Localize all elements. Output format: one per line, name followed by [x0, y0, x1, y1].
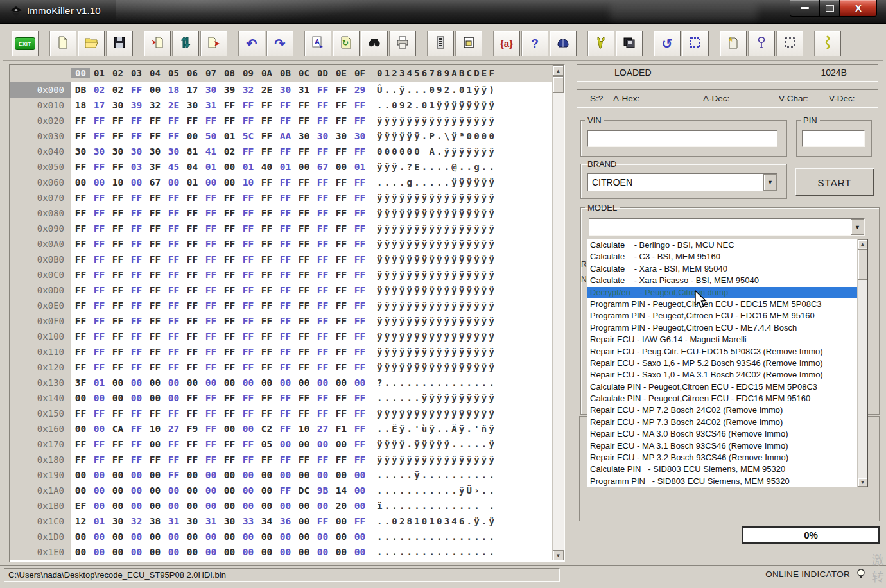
model-option[interactable]: Repair ECU - MP 7.3 Bosch 24C02 (Remove … [587, 417, 867, 428]
hex-byte[interactable]: 04 [183, 162, 202, 172]
scroll-down-button[interactable]: ▼ [858, 478, 867, 487]
pin-input[interactable] [802, 130, 865, 147]
hex-byte[interactable]: FF [127, 270, 146, 280]
scroll-down-button[interactable]: ▼ [553, 550, 564, 560]
hex-byte[interactable]: FF [332, 223, 351, 234]
hex-byte[interactable]: 00 [332, 377, 351, 388]
hex-byte[interactable]: FF [127, 439, 146, 449]
hex-byte[interactable]: FF [276, 393, 295, 403]
hex-byte[interactable]: FF [276, 331, 295, 342]
hex-byte[interactable]: FF [127, 254, 146, 264]
hex-byte[interactable]: 00 [313, 501, 332, 511]
hex-byte[interactable]: FF [109, 300, 127, 311]
hex-byte[interactable]: 00 [164, 547, 183, 557]
hex-byte[interactable]: 00 [257, 377, 276, 388]
hex-byte[interactable]: 00 [239, 547, 257, 557]
hex-byte[interactable]: 00 [239, 485, 257, 496]
hex-byte[interactable]: FF [220, 408, 239, 419]
hex-byte[interactable]: FF [71, 239, 90, 249]
hex-byte[interactable]: 39 [127, 100, 146, 110]
hex-byte[interactable]: 29 [351, 85, 369, 95]
hex-byte[interactable]: FF [276, 347, 295, 357]
brand-combobox[interactable]: CITROEN ▼ [587, 173, 777, 191]
hex-byte[interactable]: FF [146, 270, 164, 280]
hex-byte[interactable]: FF [332, 177, 351, 187]
hex-byte[interactable]: FF [220, 254, 239, 264]
hex-byte[interactable]: 00 [351, 485, 369, 496]
hex-byte[interactable]: 00 [295, 377, 313, 388]
hex-byte[interactable]: F9 [183, 424, 202, 434]
hex-byte[interactable]: FF [332, 393, 351, 403]
hex-byte[interactable]: FF [109, 270, 127, 280]
model-option[interactable]: Repair ECU - MA 3.0 Bosch 93CS46 (Remove… [587, 428, 867, 440]
hex-byte[interactable]: FF [164, 285, 183, 295]
hex-byte[interactable]: FF [71, 254, 90, 264]
hex-byte[interactable]: FF [164, 208, 183, 218]
hex-editor[interactable]: 000102030405060708090A0B0C0D0E0F01234567… [9, 64, 565, 562]
model-option[interactable]: Programm PIN - SID803 ECU Siemens, MEM 9… [587, 476, 867, 487]
hex-byte[interactable]: 27 [164, 424, 183, 434]
font-button[interactable]: A [304, 31, 331, 56]
redo-button[interactable]: ↷ [266, 31, 293, 56]
hex-byte[interactable]: 00 [276, 501, 295, 511]
hex-byte[interactable]: 00 [90, 393, 109, 403]
hex-byte[interactable]: 30 [313, 131, 332, 141]
hex-byte[interactable]: FF [164, 347, 183, 357]
hex-byte[interactable]: 00 [257, 501, 276, 511]
hex-byte[interactable]: FF [351, 270, 369, 280]
hex-byte[interactable]: FF [109, 454, 127, 465]
hex-byte[interactable]: 02 [90, 85, 109, 95]
hex-byte[interactable]: CA [109, 424, 127, 434]
hex-byte[interactable]: 00 [332, 439, 351, 449]
hex-byte[interactable]: FF [109, 285, 127, 295]
hex-byte[interactable]: FF [332, 100, 351, 110]
hex-byte[interactable]: 00 [295, 547, 313, 557]
hex-byte[interactable]: FF [146, 193, 164, 203]
hex-byte[interactable]: 30 [146, 146, 164, 157]
hex-byte[interactable]: 31 [202, 100, 220, 110]
hex-byte[interactable]: FF [351, 331, 369, 342]
hex-byte[interactable]: 01 [220, 131, 239, 141]
scroll-thumb[interactable] [553, 76, 564, 93]
hex-byte[interactable]: 00 [183, 547, 202, 557]
preview-button[interactable] [455, 31, 482, 56]
hex-byte[interactable]: FF [351, 516, 369, 526]
hex-byte[interactable]: FF [109, 162, 127, 172]
hex-byte[interactable]: 00 [313, 377, 332, 388]
maximize-button[interactable] [819, 0, 840, 17]
hex-byte[interactable]: 02 [220, 146, 239, 157]
hex-byte[interactable]: FF [276, 208, 295, 218]
hex-byte[interactable]: 00 [71, 393, 90, 403]
hex-byte[interactable]: 00 [313, 547, 332, 557]
hex-byte[interactable]: FF [351, 223, 369, 234]
hex-byte[interactable]: 00 [295, 516, 313, 526]
hex-byte[interactable]: FF [202, 316, 220, 326]
hex-byte[interactable]: 00 [146, 532, 164, 542]
hex-byte[interactable]: FF [257, 316, 276, 326]
hex-byte[interactable]: FF [239, 254, 257, 264]
hex-byte[interactable]: 00 [146, 470, 164, 480]
hex-byte[interactable]: FF [332, 116, 351, 126]
hex-byte[interactable]: FF [183, 347, 202, 357]
hex-byte[interactable]: 00 [71, 532, 90, 542]
hex-byte[interactable]: FF [239, 285, 257, 295]
hex-byte[interactable]: 40 [257, 162, 276, 172]
hex-byte[interactable]: FF [313, 347, 332, 357]
hex-byte[interactable]: 30 [109, 146, 127, 157]
hex-byte[interactable]: FF [295, 316, 313, 326]
hex-byte[interactable]: 01 [239, 162, 257, 172]
hex-byte[interactable]: FF [146, 408, 164, 419]
hex-byte[interactable]: FF [351, 347, 369, 357]
hex-byte[interactable]: 30 [109, 516, 127, 526]
hex-byte[interactable]: 00 [183, 470, 202, 480]
hex-byte[interactable]: FF [220, 285, 239, 295]
hex-byte[interactable]: FF [257, 300, 276, 311]
hex-byte[interactable]: FF [351, 424, 369, 434]
hex-byte[interactable]: 00 [295, 162, 313, 172]
hex-byte[interactable]: 00 [239, 501, 257, 511]
hex-byte[interactable]: FF [183, 439, 202, 449]
hex-byte[interactable]: FF [313, 239, 332, 249]
hex-byte[interactable]: FF [71, 439, 90, 449]
hex-byte[interactable]: FF [164, 470, 183, 480]
connector-button[interactable] [814, 31, 841, 56]
